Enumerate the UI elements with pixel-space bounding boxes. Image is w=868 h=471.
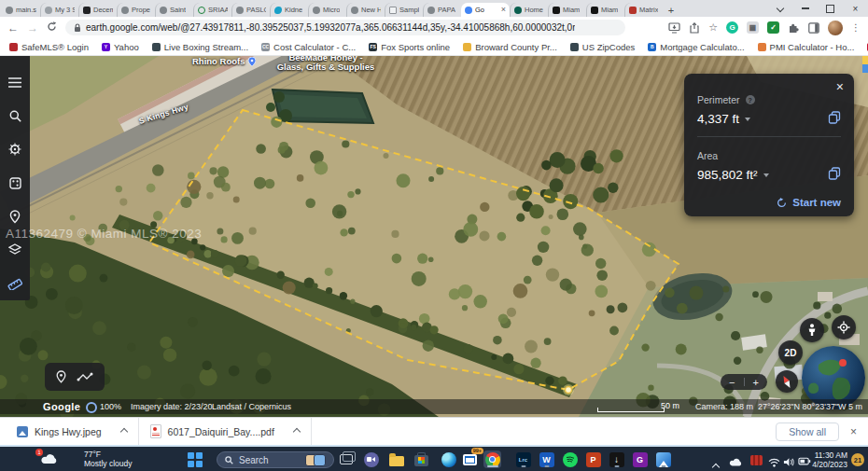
bookmark-item[interactable]: SafeMLS® Login — [9, 42, 89, 52]
close-downloads-icon[interactable]: × — [850, 425, 857, 438]
profile-avatar[interactable] — [828, 21, 843, 35]
bookmark-item[interactable]: US ZipCodes — [570, 42, 636, 52]
bookmark-item[interactable]: PMI Calculator - Ho... — [758, 42, 855, 52]
bookmark-item[interactable]: FSFox Sports online — [369, 42, 450, 52]
map-place-label[interactable]: BeeMade Honey - Glass, Gifts & Supplies — [273, 56, 379, 72]
bookmark-item[interactable]: Live Boxing Stream... — [152, 42, 248, 52]
mail-taskbar-icon[interactable]: 99+ — [461, 450, 479, 468]
spotify-taskbar-icon[interactable] — [561, 450, 579, 468]
browser-tab[interactable]: Go× — [461, 3, 510, 17]
bookmark-item[interactable]: Broward County Pr... — [463, 42, 557, 52]
side-panel-icon[interactable] — [808, 22, 819, 34]
bookmark-star-icon[interactable]: ☆ — [708, 21, 718, 34]
bookmark-item[interactable]: CCCost Calculator - C... — [261, 42, 356, 52]
tray-expand-chevron[interactable] — [713, 457, 719, 471]
bookmark-item[interactable]: BMortgage Calculato... — [648, 42, 744, 52]
lightroom-taskbar-icon[interactable]: Lrc — [514, 450, 532, 468]
wifi-icon[interactable] — [768, 454, 780, 471]
menu-dots-icon[interactable]: ⋮ — [851, 22, 861, 33]
close-icon[interactable]: × — [836, 80, 844, 93]
browser-tab[interactable]: main.s — [2, 3, 40, 17]
measure-endpoint-handle[interactable] — [566, 387, 572, 394]
task-view-taskbar-icon[interactable] — [337, 450, 355, 468]
browser-tab[interactable]: Prope — [117, 3, 155, 17]
powerpoint-taskbar-icon[interactable]: P — [584, 450, 602, 468]
onedrive-icon[interactable] — [728, 454, 744, 471]
browser-tab[interactable]: Home — [510, 3, 548, 17]
browser-tab[interactable]: Matrix — [624, 3, 663, 17]
browser-tab[interactable]: PASLC — [231, 3, 270, 17]
browser-tab[interactable]: Decem — [78, 3, 117, 17]
browser-tab[interactable]: Micro — [308, 3, 346, 17]
teams-taskbar-icon[interactable] — [362, 450, 380, 468]
chevron-down-icon[interactable] — [763, 173, 769, 177]
copy-icon[interactable] — [828, 111, 841, 127]
weather-widget[interactable]: 1 — [39, 452, 60, 469]
download-menu-chevron[interactable] — [119, 427, 127, 435]
back-button[interactable]: ← — [7, 22, 19, 34]
tray-app-icon[interactable] — [750, 455, 763, 465]
search-icon[interactable] — [0, 99, 30, 132]
install-app-icon[interactable] — [668, 22, 680, 34]
store-taskbar-icon[interactable] — [413, 450, 430, 468]
tilt-indicator-icon[interactable] — [86, 402, 97, 413]
download-menu-chevron[interactable] — [293, 427, 301, 435]
show-all-downloads-button[interactable]: Show all — [776, 423, 839, 441]
photos-taskbar-icon[interactable] — [654, 450, 672, 468]
my-location-button[interactable] — [832, 315, 856, 339]
draw-path-icon[interactable] — [77, 371, 93, 382]
window-minimize-button[interactable] — [792, 0, 818, 17]
search-highlights[interactable] — [305, 454, 326, 466]
browser-tab[interactable]: Kidne — [270, 3, 308, 17]
quik-taskbar-icon[interactable]: G — [631, 450, 649, 468]
forward-button[interactable]: → — [27, 22, 38, 34]
battery-icon[interactable] — [798, 454, 811, 471]
share-icon[interactable] — [689, 22, 700, 34]
browser-tab[interactable]: Saint — [155, 3, 193, 17]
start-button[interactable] — [188, 452, 203, 467]
check-extension-icon[interactable]: ✓ — [767, 21, 779, 34]
browser-tab[interactable]: New H — [346, 3, 385, 17]
browser-tab[interactable]: Sampl — [385, 3, 423, 17]
reload-button[interactable] — [47, 21, 57, 34]
google-earth-viewport[interactable]: Rhino Roofs BeeMade Honey - Glass, Gifts… — [0, 56, 868, 417]
weather-text[interactable]: 77°F Mostly cloudy — [84, 450, 133, 468]
browser-tab[interactable]: My 3 S — [40, 3, 78, 17]
browser-tab[interactable]: Miam — [586, 3, 624, 17]
tab-search-chevron-icon[interactable] — [767, 0, 792, 17]
taskbar-search[interactable]: Search — [217, 451, 334, 468]
chrome-taskbar-icon[interactable] — [483, 450, 501, 468]
grammarly-extension-icon[interactable]: G — [726, 21, 738, 34]
map-place-label[interactable]: Rhino Roofs — [192, 56, 256, 66]
edge-taskbar-icon[interactable] — [440, 450, 457, 468]
tab-close-icon[interactable]: × — [501, 6, 506, 14]
taskbar-clock[interactable]: 11:30 AM 4/20/2023 — [812, 451, 847, 469]
2d-view-button[interactable]: 2D — [778, 340, 803, 365]
chevron-down-icon[interactable] — [745, 118, 750, 121]
extensions-puzzle-icon[interactable] — [788, 21, 800, 34]
compass-button[interactable] — [776, 370, 798, 393]
browser-tab[interactable]: Miam — [548, 3, 586, 17]
bookmark-item[interactable]: YYahoo — [102, 42, 139, 52]
volume-icon[interactable] — [783, 454, 794, 471]
word-taskbar-icon[interactable]: W — [538, 450, 555, 468]
address-bar[interactable]: earth.google.com/web/@27.43917811,-80.39… — [65, 20, 625, 35]
browser-tab[interactable]: SRIAA — [193, 3, 231, 17]
notification-count-badge[interactable]: 21 — [851, 453, 864, 466]
help-icon[interactable]: ? — [746, 95, 755, 104]
browser-tab[interactable]: PAPA — [423, 3, 461, 17]
download-item[interactable]: Kings Hwy.jpeg — [6, 418, 138, 445]
zoom-in-button[interactable]: + — [753, 377, 759, 388]
extension-icon[interactable]: ▦ — [747, 21, 759, 34]
pegman-button[interactable] — [800, 318, 824, 342]
feeling-lucky-icon[interactable] — [0, 166, 30, 200]
add-placemark-icon[interactable] — [56, 370, 66, 383]
download-item[interactable]: 6017_Daiquiri_Bay....pdf — [139, 418, 311, 445]
file-explorer-taskbar-icon[interactable] — [387, 450, 405, 468]
zoom-out-button[interactable]: − — [729, 377, 735, 388]
downloads-app-taskbar-icon[interactable]: ↓ — [608, 450, 625, 468]
window-maximize-button[interactable] — [818, 0, 843, 17]
measure-icon[interactable] — [0, 267, 30, 300]
new-tab-button[interactable]: + — [663, 3, 679, 17]
start-new-button[interactable]: Start new — [777, 197, 841, 208]
